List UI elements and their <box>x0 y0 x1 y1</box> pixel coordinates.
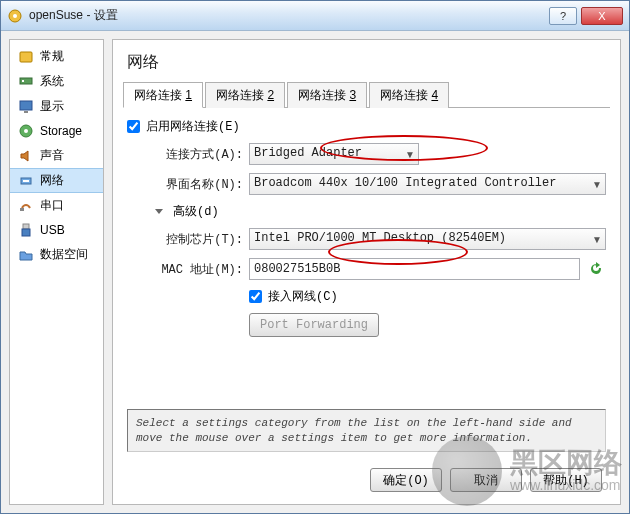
sidebar-item-label: USB <box>40 223 65 237</box>
sidebar-item-label: 网络 <box>40 172 64 189</box>
window-body: 常规 系统 显示 Storage 声音 网络 <box>1 31 629 513</box>
iface-name-row: 界面名称(N): Broadcom 440x 10/100 Integrated… <box>155 173 606 195</box>
close-window-button[interactable]: X <box>581 7 623 25</box>
enable-row: 启用网络连接(E) <box>127 118 606 135</box>
sidebar: 常规 系统 显示 Storage 声音 网络 <box>9 39 104 505</box>
display-icon <box>18 99 34 115</box>
tab-adapter-4[interactable]: 网络连接 4 <box>369 82 449 108</box>
audio-icon <box>18 148 34 164</box>
conn-type-label: 连接方式(A): <box>155 146 243 163</box>
svg-rect-6 <box>24 111 28 113</box>
storage-icon <box>18 123 34 139</box>
enable-adapter-label: 启用网络连接(E) <box>146 118 240 135</box>
sidebar-item-audio[interactable]: 声音 <box>10 143 103 168</box>
svg-rect-3 <box>20 78 32 84</box>
titlebar[interactable]: openSuse - 设置 ? X <box>1 1 629 31</box>
sidebar-item-network[interactable]: 网络 <box>10 168 103 193</box>
sidebar-item-general[interactable]: 常规 <box>10 44 103 69</box>
main-panel: 网络 网络连接 1 网络连接 2 网络连接 3 网络连接 4 启用网络连接(E)… <box>112 39 621 505</box>
mac-row: MAC 地址(M): <box>155 258 606 280</box>
svg-rect-11 <box>20 208 24 211</box>
sidebar-item-label: 声音 <box>40 147 64 164</box>
hint-box: Select a settings category from the list… <box>127 409 606 452</box>
enable-adapter-checkbox[interactable] <box>127 120 140 133</box>
svg-rect-10 <box>23 180 29 182</box>
refresh-icon <box>588 261 604 277</box>
settings-window: openSuse - 设置 ? X 常规 系统 显示 Storage <box>0 0 630 514</box>
sidebar-item-label: 常规 <box>40 48 64 65</box>
network-tabs: 网络连接 1 网络连接 2 网络连接 3 网络连接 4 <box>123 81 610 108</box>
shared-folder-icon <box>18 247 34 263</box>
sidebar-item-shared[interactable]: 数据空间 <box>10 242 103 267</box>
network-icon <box>18 173 34 189</box>
tab-adapter-1[interactable]: 网络连接 1 <box>123 82 203 108</box>
sidebar-item-label: 数据空间 <box>40 246 88 263</box>
sidebar-item-system[interactable]: 系统 <box>10 69 103 94</box>
svg-point-1 <box>13 14 17 18</box>
svg-rect-13 <box>22 229 30 236</box>
window-controls: ? X <box>545 7 623 25</box>
port-forwarding-button[interactable]: Port Forwarding <box>249 313 379 337</box>
page-title: 网络 <box>123 48 610 81</box>
general-icon <box>18 49 34 65</box>
refresh-mac-button[interactable] <box>586 259 606 279</box>
app-gear-icon <box>7 8 23 24</box>
chipset-label: 控制芯片(T): <box>155 231 243 248</box>
mac-label: MAC 地址(M): <box>155 261 243 278</box>
sidebar-item-label: 显示 <box>40 98 64 115</box>
cable-row: 接入网线(C) <box>249 288 606 305</box>
svg-rect-4 <box>22 80 24 82</box>
serial-icon <box>18 198 34 214</box>
svg-rect-2 <box>20 52 32 62</box>
cable-checkbox[interactable] <box>249 290 262 303</box>
help-window-button[interactable]: ? <box>549 7 577 25</box>
conn-type-row: 连接方式(A): Bridged Adapter ▼ <box>155 143 606 165</box>
cancel-button[interactable]: 取消 <box>450 468 522 492</box>
mac-input[interactable] <box>249 258 580 280</box>
tab-adapter-2[interactable]: 网络连接 2 <box>205 82 285 108</box>
dialog-footer: 确定(O) 取消 帮助(H) <box>127 460 606 492</box>
advanced-toggle[interactable]: 高级(d) <box>155 203 606 220</box>
usb-icon <box>18 222 34 238</box>
svg-point-8 <box>24 129 28 133</box>
advanced-label: 高级(d) <box>173 203 219 220</box>
sidebar-item-storage[interactable]: Storage <box>10 119 103 143</box>
chipset-select[interactable]: Intel PRO/1000 MT Desktop (82540EM) <box>249 228 606 250</box>
ok-button[interactable]: 确定(O) <box>370 468 442 492</box>
svg-rect-5 <box>20 101 32 110</box>
sidebar-item-label: 串口 <box>40 197 64 214</box>
system-icon <box>18 74 34 90</box>
conn-type-select[interactable]: Bridged Adapter <box>249 143 419 165</box>
adapter-form: 启用网络连接(E) 连接方式(A): Bridged Adapter ▼ 界面名… <box>123 108 610 496</box>
sidebar-item-label: 系统 <box>40 73 64 90</box>
sidebar-item-label: Storage <box>40 124 82 138</box>
help-button[interactable]: 帮助(H) <box>530 468 602 492</box>
cable-label: 接入网线(C) <box>268 288 338 305</box>
iface-name-label: 界面名称(N): <box>155 176 243 193</box>
sidebar-item-display[interactable]: 显示 <box>10 94 103 119</box>
disclosure-triangle-icon <box>155 209 163 214</box>
iface-name-select[interactable]: Broadcom 440x 10/100 Integrated Controll… <box>249 173 606 195</box>
portfwd-row: Port Forwarding <box>249 313 606 337</box>
sidebar-item-usb[interactable]: USB <box>10 218 103 242</box>
chipset-row: 控制芯片(T): Intel PRO/1000 MT Desktop (8254… <box>155 228 606 250</box>
window-title: openSuse - 设置 <box>29 7 545 24</box>
tab-adapter-3[interactable]: 网络连接 3 <box>287 82 367 108</box>
sidebar-item-serial[interactable]: 串口 <box>10 193 103 218</box>
svg-rect-12 <box>23 224 29 229</box>
